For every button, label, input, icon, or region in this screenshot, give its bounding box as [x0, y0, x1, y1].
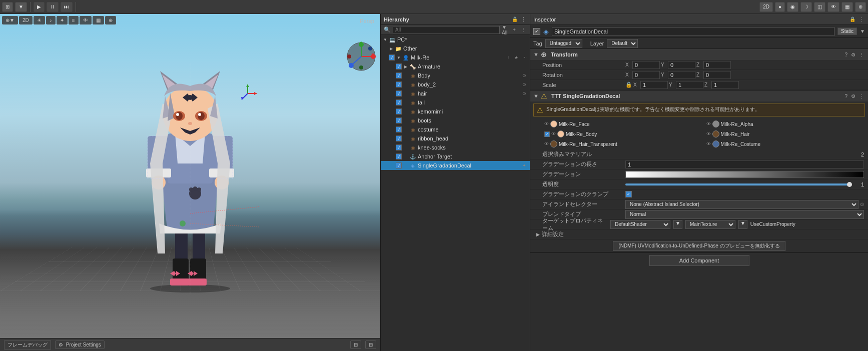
tree-checkbox-hair[interactable] [396, 90, 402, 96]
tree-checkbox-kemomimi[interactable] [396, 108, 402, 114]
vp-eye-btn[interactable]: 👁 [80, 16, 92, 24]
transform-menu-btn[interactable]: ⋮ [858, 52, 865, 58]
console-icon-btn[interactable]: ⊟ [350, 340, 361, 349]
tree-item-other[interactable]: ▶ 📁 Other [381, 44, 530, 53]
island-selector-select[interactable]: None (Abstract Island Selector) [625, 200, 858, 209]
scale-lock-icon[interactable]: 🔒 [625, 82, 632, 88]
vp-light-btn[interactable]: ☀ [34, 16, 45, 24]
tree-checkbox-costume[interactable] [396, 126, 402, 132]
ttt-header[interactable]: ▼ ⚠ TTT SingleGradationDecal ? ⚙ ⋮ [530, 90, 868, 102]
mat-eye-icon[interactable]: 👁 [544, 122, 549, 126]
hierarchy-dots-btn[interactable]: ⋮ [520, 26, 527, 34]
tree-checkbox-armature[interactable] [396, 64, 402, 70]
opacity-slider[interactable] [625, 184, 851, 186]
toolbar-step-btn[interactable]: ⏭ [61, 2, 73, 12]
static-button[interactable]: Static [837, 28, 857, 35]
object-active-checkbox[interactable] [533, 28, 540, 35]
vp-audio-btn[interactable]: ♪ [46, 16, 56, 24]
axis-gizmo[interactable]: X Y Z [346, 42, 376, 72]
rot-y-input[interactable] [668, 71, 695, 79]
tree-item-milk-re[interactable]: ▼ 👤 Milk-Re ↑ ★ ⋯ [381, 53, 530, 62]
tree-item-boots[interactable]: ▶ ◉ boots [381, 116, 530, 125]
tag-select[interactable]: Untagged [545, 39, 582, 48]
add-component-button[interactable]: Add Component [649, 255, 749, 266]
pos-z-input[interactable] [703, 61, 731, 69]
scale-z-input[interactable] [711, 81, 739, 89]
project-settings-btn[interactable]: ⚙ Project Settings [55, 340, 105, 349]
tree-item-hair[interactable]: ▶ ◉ hair ⊙ [381, 89, 530, 98]
mesh-side-icon[interactable]: ⊙ [521, 90, 528, 97]
hierarchy-add-btn[interactable]: + [511, 26, 518, 34]
ndmf-button[interactable]: (NDMF) UVModification-to-UnDefined-Phase… [613, 241, 785, 251]
dots-icon[interactable]: ⋯ [521, 54, 528, 61]
transform-help-btn[interactable]: ? [843, 52, 848, 58]
vp-extra-btn[interactable]: ⊕ [105, 16, 116, 24]
vp-2d-btn[interactable]: 2D [19, 16, 33, 24]
ttt-help-btn[interactable]: ? [843, 94, 848, 99]
grad-length-input[interactable] [625, 160, 864, 168]
layer-select[interactable]: Default [607, 39, 638, 48]
hierarchy-filter-btn[interactable]: ▼ All [502, 26, 509, 34]
mat-eye-icon[interactable]: 👁 [551, 132, 556, 136]
tree-checkbox-boots[interactable] [396, 118, 402, 124]
mat-eye-icon[interactable]: 👁 [706, 132, 711, 136]
tree-checkbox-anchor[interactable] [396, 154, 402, 160]
pos-y-input[interactable] [668, 61, 695, 69]
target-prop-texture-select[interactable]: MainTexture [685, 220, 735, 229]
console-icon-btn2[interactable]: ⊟ [365, 340, 376, 349]
scale-y-input[interactable] [676, 81, 703, 89]
transform-settings-btn[interactable]: ⚙ [850, 52, 856, 58]
frame-debug-btn[interactable]: フレームデバッグ [4, 340, 51, 350]
toolbar-circle-btn[interactable]: ● [775, 2, 785, 12]
tree-item-anchor-target[interactable]: ▶ ⚓ Anchor Target [381, 152, 530, 161]
tree-checkbox-grad[interactable] [396, 162, 402, 168]
tree-item-pc[interactable]: ▼ 💻 PC* [381, 35, 530, 44]
transform-header[interactable]: ▼ ⊕ Transform ? ⚙ ⋮ [530, 49, 868, 60]
inspector-lock-btn[interactable]: 🔒 [849, 16, 856, 23]
vp-fx-btn[interactable]: ✦ [57, 16, 68, 24]
tree-item-body2[interactable]: ▶ ◉ body_2 ⊙ [381, 80, 530, 89]
toolbar-play-btn[interactable]: ▶ [34, 2, 45, 12]
toolbar-dropdown-btn[interactable]: ▼ [15, 2, 27, 12]
hierarchy-menu-btn[interactable]: ⋮ [520, 16, 527, 23]
tree-checkbox-ribbon[interactable] [396, 136, 402, 142]
opacity-thumb[interactable] [847, 182, 852, 187]
pos-x-input[interactable] [632, 61, 660, 69]
tree-item-ribbon-head[interactable]: ▶ ◉ ribbon_head [381, 134, 530, 143]
target-prop-shader-select[interactable]: DefaultShader [610, 220, 670, 229]
inspector-menu-btn[interactable]: ⋮ [858, 16, 865, 23]
tree-checkbox-body2[interactable] [396, 82, 402, 88]
tree-item-armature[interactable]: ▶ 🦴 Armature [381, 62, 530, 71]
ttt-menu-btn[interactable]: ⋮ [858, 94, 865, 99]
grad-clamp-checkbox[interactable] [625, 191, 632, 198]
blend-type-select[interactable]: Normal [625, 210, 864, 219]
ttt-settings-btn[interactable]: ⚙ [850, 94, 856, 99]
island-selector-link-icon[interactable]: ⊙ [860, 202, 864, 207]
toolbar-view-2d[interactable]: 2D [759, 2, 773, 12]
tree-item-single-grad[interactable]: ▶ ◈ SingleGradationDecal ✦ [381, 161, 530, 170]
decal-side-icon[interactable]: ✦ [521, 162, 528, 169]
mesh-side-icon[interactable]: ⊙ [521, 81, 528, 88]
object-name-input[interactable] [552, 27, 834, 36]
toolbar-grid-view-btn[interactable]: ▦ [841, 2, 853, 12]
mat-eye-icon[interactable]: 👁 [706, 122, 711, 126]
scale-x-input[interactable] [640, 81, 668, 89]
tree-item-knee-socks[interactable]: ▶ ◉ knee-socks [381, 143, 530, 152]
toolbar-fx-btn[interactable]: ☽ [800, 2, 812, 12]
gradient-preview[interactable] [625, 171, 864, 178]
mesh-side-icon[interactable]: ⊙ [521, 72, 528, 79]
mat-checkbox-body[interactable] [544, 132, 550, 137]
tree-item-costume[interactable]: ▶ ◉ costume [381, 125, 530, 134]
vp-transform-btn[interactable]: ⊕▼ [2, 16, 18, 24]
vp-render-btn[interactable]: ▦ [93, 16, 104, 24]
toolbar-light-btn[interactable]: ◉ [787, 2, 798, 12]
toolbar-pause-btn[interactable]: ⏸ [47, 2, 59, 12]
mat-eye-icon[interactable]: 👁 [706, 142, 711, 146]
tree-checkbox-tail[interactable] [396, 100, 402, 106]
static-dropdown-icon[interactable]: ▼ [860, 28, 865, 34]
toolbar-plus-btn[interactable]: ⊕ [855, 2, 866, 12]
tree-item-body[interactable]: ▶ ◉ Body ⊙ [381, 71, 530, 80]
upload-icon[interactable]: ↑ [505, 54, 512, 61]
tree-item-kemomimi[interactable]: ▶ ◉ kemomimi [381, 107, 530, 116]
hierarchy-lock-btn[interactable]: 🔒 [511, 16, 518, 23]
